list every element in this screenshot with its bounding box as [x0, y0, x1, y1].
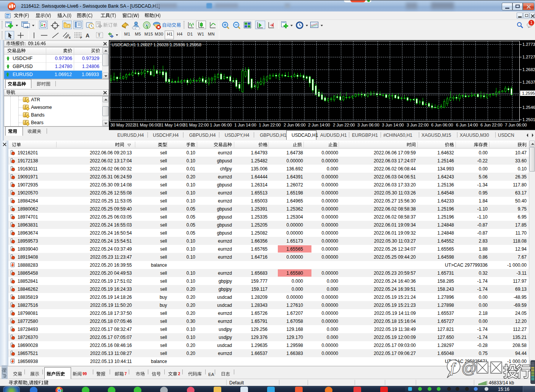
svg-text:30 May 2022: 30 May 2022 [110, 123, 135, 127]
svg-text:3 Jun 14:00: 3 Jun 14:00 [382, 123, 404, 127]
svg-text:2 Jun 14:00: 2 Jun 14:00 [308, 123, 330, 127]
svg-text:2 Jun 06:00: 2 Jun 06:00 [284, 123, 306, 127]
svg-text:2 Jun 22:00: 2 Jun 22:00 [333, 123, 355, 127]
svg-text:1 Jun 06:00: 1 Jun 06:00 [210, 123, 232, 127]
svg-text:7 Jun 06:00: 7 Jun 06:00 [505, 123, 527, 127]
svg-text:3 Jun 22:00: 3 Jun 22:00 [407, 123, 429, 127]
svg-text:USDCAD,H1 1.26027 1.26028 1.2: USDCAD,H1 1.26027 1.26028 1.25936 1.2595… [112, 42, 201, 47]
svg-text:@: @ [461, 359, 477, 377]
svg-text:1 Jun 22:00: 1 Jun 22:00 [259, 123, 281, 127]
svg-text:1.27730: 1.27730 [522, 42, 535, 47]
svg-text:1.26370: 1.26370 [522, 80, 535, 84]
svg-text:F: F [80, 36, 82, 39]
svg-text:31 May 14:00: 31 May 14:00 [159, 123, 185, 127]
svg-text:1.25010: 1.25010 [522, 117, 535, 122]
svg-text:1.25460: 1.25460 [522, 105, 535, 110]
svg-text:31 May 06:00: 31 May 06:00 [134, 123, 160, 127]
svg-text:1.25958: 1.25958 [522, 91, 535, 96]
svg-text:E: E [69, 36, 71, 39]
svg-text:6 Jun 14:00: 6 Jun 14:00 [456, 123, 478, 127]
svg-text:3 Jun 06:00: 3 Jun 06:00 [357, 123, 379, 127]
svg-text:T: T [98, 33, 101, 37]
svg-text:6 Jun 06:00: 6 Jun 06:00 [431, 123, 453, 127]
svg-text:31 May 22:00: 31 May 22:00 [183, 123, 209, 127]
svg-text:1.26820: 1.26820 [522, 67, 535, 72]
svg-text:1.27270: 1.27270 [522, 55, 535, 59]
svg-text:6 Jun 22:00: 6 Jun 22:00 [480, 123, 503, 127]
svg-text:1 Jun 14:00: 1 Jun 14:00 [234, 123, 256, 127]
